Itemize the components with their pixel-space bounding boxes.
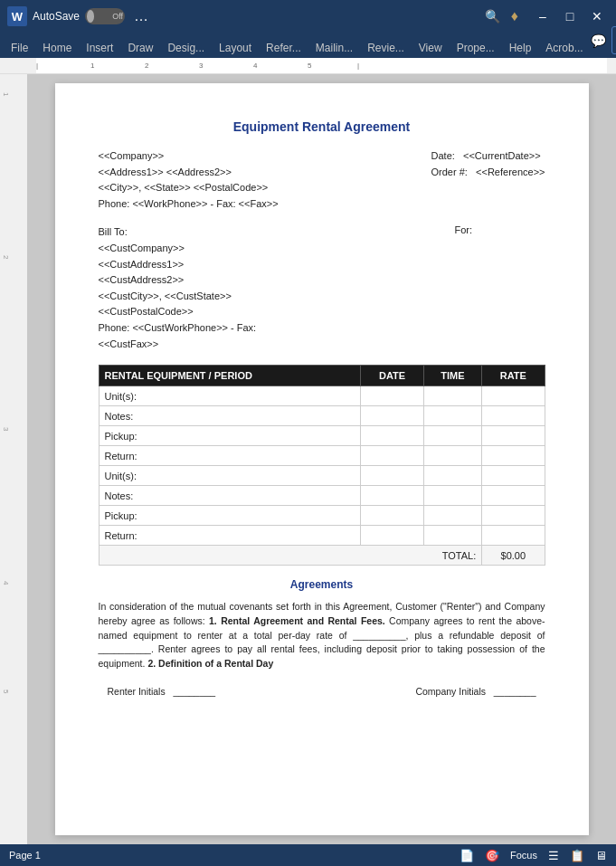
close-button[interactable]: ✕ bbox=[585, 6, 609, 26]
cell-rate-4 bbox=[482, 446, 545, 466]
minimize-button[interactable]: – bbox=[531, 6, 554, 26]
cell-time-1 bbox=[423, 386, 482, 406]
order-value: <<Reference>> bbox=[476, 167, 545, 177]
tab-properties[interactable]: Prope... bbox=[450, 38, 502, 58]
read-mode-icon[interactable]: 📄 bbox=[460, 849, 474, 862]
renter-initials: Renter Initials ________ bbox=[108, 686, 216, 697]
header-date-order: Date: <<CurrentDate>> Order #: <<Referen… bbox=[431, 148, 545, 212]
print-layout-icon[interactable]: 📋 bbox=[570, 849, 584, 862]
page-marker-3: 3 bbox=[2, 427, 10, 431]
cell-rate-8 bbox=[482, 526, 545, 546]
tab-acrobat[interactable]: Acrob... bbox=[538, 38, 590, 58]
tab-view[interactable]: View bbox=[412, 38, 450, 58]
premium-icon: ♦ bbox=[511, 8, 518, 24]
cell-date-1 bbox=[361, 386, 423, 406]
window-controls: – □ ✕ bbox=[531, 6, 609, 26]
table-row: Unit(s): bbox=[99, 386, 545, 406]
tab-draw[interactable]: Draw bbox=[120, 38, 160, 58]
total-row: TOTAL: $0.00 bbox=[99, 546, 545, 566]
agreements-bold2: 2. Definition of a Rental Day bbox=[147, 658, 273, 669]
company-initials-label: Company Initials bbox=[415, 686, 486, 697]
bill-to-label: Bill To: bbox=[99, 224, 455, 241]
tab-file[interactable]: File bbox=[4, 38, 35, 58]
cell-notes-1: Notes: bbox=[99, 406, 361, 426]
cell-time-4 bbox=[423, 446, 482, 466]
page-indicator: Page 1 bbox=[9, 850, 41, 861]
restore-button[interactable]: □ bbox=[558, 6, 582, 26]
header-section: <<Company>> <<Address1>> <<Address2>> <<… bbox=[99, 148, 545, 212]
title-bar: W AutoSave Off … 🔍 ♦ – □ ✕ bbox=[0, 0, 616, 33]
tab-insert[interactable]: Insert bbox=[79, 38, 120, 58]
focus-icon[interactable]: 🎯 bbox=[485, 849, 499, 862]
word-icon: W bbox=[7, 6, 27, 26]
tab-design[interactable]: Desig... bbox=[160, 38, 212, 58]
city-state-line: <<City>>, <<State>> <<PostalCode>> bbox=[99, 180, 279, 196]
bill-section: Bill To: <<CustCompany>> <<CustAddress1>… bbox=[99, 224, 545, 352]
phone-fax-line: Phone: <<WorkPhone>> - Fax: <<Fax>> bbox=[99, 196, 279, 213]
view-list-icon[interactable]: ☰ bbox=[548, 849, 559, 862]
date-label: Date: bbox=[431, 150, 455, 161]
cell-time-5 bbox=[423, 466, 482, 486]
cell-rate-3 bbox=[482, 426, 545, 446]
tab-references[interactable]: Refer... bbox=[259, 38, 308, 58]
tab-layout[interactable]: Layout bbox=[212, 38, 259, 58]
total-value: $0.00 bbox=[482, 546, 545, 566]
date-line: Date: <<CurrentDate>> bbox=[431, 148, 545, 165]
cell-date-8 bbox=[361, 526, 423, 546]
comment-icon[interactable]: 💬 bbox=[591, 33, 606, 48]
table-header-row: RENTAL EQUIPMENT / PERIOD DATE TIME RATE bbox=[99, 366, 545, 386]
main-area: 1 2 3 4 5 Equipment Rental Agreement <<C… bbox=[0, 74, 616, 844]
initials-row: Renter Initials ________ Company Initial… bbox=[99, 686, 545, 697]
page-marker-1: 1 bbox=[2, 92, 10, 96]
cust-phone-fax: Phone: <<CustWorkPhone>> - Fax: bbox=[99, 320, 455, 337]
ribbon-tabs: File Home Insert Draw Desig... Layout Re… bbox=[0, 33, 616, 58]
cell-units-1: Unit(s): bbox=[99, 386, 361, 406]
for-label: For: bbox=[455, 224, 545, 235]
cell-rate-6 bbox=[482, 486, 545, 506]
page-marker-5: 5 bbox=[2, 690, 10, 693]
cust-fax: <<CustFax>> bbox=[99, 337, 455, 353]
autosave-label: AutoSave bbox=[33, 10, 80, 23]
col-header-equipment: RENTAL EQUIPMENT / PERIOD bbox=[99, 366, 361, 386]
status-right: 📄 🎯 Focus ☰ 📋 🖥 bbox=[460, 849, 607, 862]
cell-date-7 bbox=[361, 506, 423, 526]
scroll-area[interactable]: Equipment Rental Agreement <<Company>> <… bbox=[27, 74, 616, 844]
table-row: Notes: bbox=[99, 406, 545, 426]
cell-return-1: Return: bbox=[99, 446, 361, 466]
cell-rate-5 bbox=[482, 466, 545, 486]
table-row: Pickup: bbox=[99, 506, 545, 526]
search-icon[interactable]: 🔍 bbox=[480, 6, 506, 26]
cell-rate-1 bbox=[482, 386, 545, 406]
col-header-rate: RATE bbox=[482, 366, 545, 386]
autosave-toggle[interactable]: Off bbox=[85, 8, 125, 24]
cell-time-7 bbox=[423, 506, 482, 526]
cell-time-3 bbox=[423, 426, 482, 446]
cell-date-2 bbox=[361, 406, 423, 426]
cust-address1: <<CustAddress1>> bbox=[99, 257, 455, 273]
left-margin: 1 2 3 4 5 bbox=[0, 74, 27, 844]
more-options-icon[interactable]: … bbox=[130, 8, 152, 24]
cust-address2: <<CustAddress2>> bbox=[99, 272, 455, 289]
table-row: Return: bbox=[99, 526, 545, 546]
focus-label[interactable]: Focus bbox=[510, 850, 537, 861]
total-label: TOTAL: bbox=[99, 546, 482, 566]
equipment-table: RENTAL EQUIPMENT / PERIOD DATE TIME RATE… bbox=[99, 365, 545, 566]
col-header-date: DATE bbox=[361, 366, 423, 386]
web-layout-icon[interactable]: 🖥 bbox=[595, 849, 607, 862]
agreements-title: Agreements bbox=[99, 578, 545, 591]
order-line: Order #: <<Reference>> bbox=[431, 165, 545, 181]
cell-notes-2: Notes: bbox=[99, 486, 361, 506]
renter-initials-label: Renter Initials bbox=[108, 686, 166, 697]
status-bar: Page 1 📄 🎯 Focus ☰ 📋 🖥 bbox=[0, 844, 616, 866]
cell-units-2: Unit(s): bbox=[99, 466, 361, 486]
cell-date-3 bbox=[361, 426, 423, 446]
agreements-text: In consideration of the mutual covenants… bbox=[99, 600, 545, 671]
editing-button[interactable]: ✏ ✏ Editing ⌄ bbox=[611, 26, 616, 54]
company-initials-line: ________ bbox=[494, 686, 536, 697]
tab-review[interactable]: Revie... bbox=[360, 38, 412, 58]
bill-left: Bill To: <<CustCompany>> <<CustAddress1>… bbox=[99, 224, 455, 352]
address-line: <<Address1>> <<Address2>> bbox=[99, 165, 279, 181]
tab-mailings[interactable]: Mailin... bbox=[308, 38, 360, 58]
tab-home[interactable]: Home bbox=[35, 38, 79, 58]
tab-help[interactable]: Help bbox=[502, 38, 539, 58]
